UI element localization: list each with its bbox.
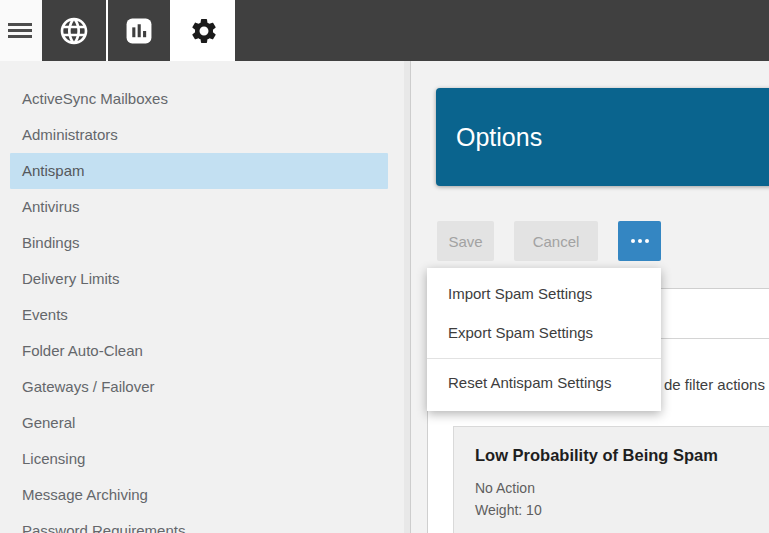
sidebar-item-message-archiving[interactable]: Message Archiving <box>10 477 388 513</box>
sidebar-item-password-requirements[interactable]: Password Requirements <box>10 513 388 533</box>
sidebar-item-administrators[interactable]: Administrators <box>10 117 388 153</box>
hamburger-icon <box>8 23 32 26</box>
sidebar-item-antispam[interactable]: Antispam <box>10 153 388 189</box>
tab-gap <box>170 0 172 61</box>
page-title-banner: Options <box>436 88 769 186</box>
gear-icon <box>189 16 219 46</box>
sidebar-item-delivery-limits[interactable]: Delivery Limits <box>10 261 388 297</box>
sidebar-item-events[interactable]: Events <box>10 297 388 333</box>
menu-item-import-spam-settings[interactable]: Import Spam Settings <box>427 274 661 313</box>
sidebar-item-bindings[interactable]: Bindings <box>10 225 388 261</box>
tab-globe[interactable] <box>42 0 106 61</box>
save-button[interactable]: Save <box>437 221 494 261</box>
sidebar-item-general[interactable]: General <box>10 405 388 441</box>
sidebar-item-folder-auto-clean[interactable]: Folder Auto-Clean <box>10 333 388 369</box>
hamburger-menu-button[interactable] <box>0 0 42 61</box>
menu-item-reset-antispam-settings[interactable]: Reset Antispam Settings <box>427 359 661 406</box>
tab-gap <box>106 0 108 61</box>
tab-reports[interactable] <box>108 0 170 61</box>
tab-settings[interactable] <box>172 0 235 61</box>
more-actions-menu: Import Spam Settings Export Spam Setting… <box>427 268 661 411</box>
card-action-value: No Action <box>475 477 769 499</box>
sidebar-item-activesync-mailboxes[interactable]: ActiveSync Mailboxes <box>10 81 388 117</box>
spam-probability-card[interactable]: Low Probability of Being Spam No Action … <box>453 426 769 533</box>
bar-chart-icon <box>125 17 153 45</box>
panel-description-partial-text: de filter actions <box>664 375 765 395</box>
sidebar-item-licensing[interactable]: Licensing <box>10 441 388 477</box>
ellipsis-icon <box>631 239 649 243</box>
sidebar-item-gateways-failover[interactable]: Gateways / Failover <box>10 369 388 405</box>
main-content: Options Save Cancel de filter actions Lo… <box>411 61 769 533</box>
page-title: Options <box>456 123 542 152</box>
globe-icon <box>58 15 90 47</box>
cancel-button[interactable]: Cancel <box>514 221 598 261</box>
sidebar-item-antivirus[interactable]: Antivirus <box>10 189 388 225</box>
card-weight-value: Weight: 10 <box>475 499 769 521</box>
sidebar-scrollbar[interactable] <box>404 61 411 533</box>
card-title: Low Probability of Being Spam <box>475 446 769 465</box>
top-toolbar <box>0 0 769 61</box>
more-actions-button[interactable] <box>618 221 661 261</box>
settings-sidebar: ActiveSync Mailboxes Administrators Anti… <box>0 61 404 533</box>
menu-item-export-spam-settings[interactable]: Export Spam Settings <box>427 313 661 352</box>
